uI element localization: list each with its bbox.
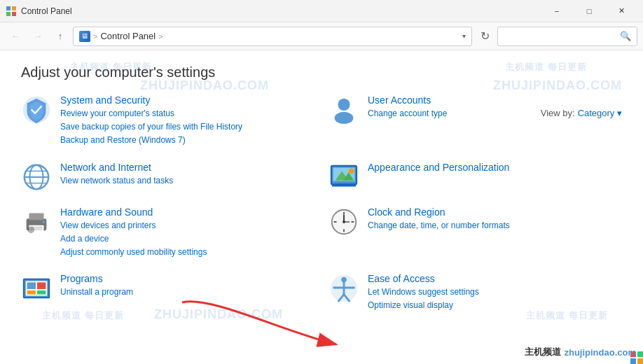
main-content: 主机频道 每日更新 主机频道 每日更新 ZHUJIPINDAO.COM ZHUJ… bbox=[0, 50, 643, 364]
clock-region-link-1[interactable]: Change date, time, or number formats bbox=[368, 219, 622, 232]
svg-rect-44 bbox=[37, 283, 46, 290]
svg-point-30 bbox=[28, 226, 35, 233]
svg-rect-9 bbox=[637, 351, 643, 357]
svg-rect-43 bbox=[27, 283, 36, 290]
viewby-label: View by: bbox=[541, 108, 575, 118]
breadcrumb-bar[interactable]: 🖥 > Control Panel > ▾ bbox=[73, 27, 472, 46]
appearance-title[interactable]: Appearance and Personalization bbox=[368, 162, 622, 173]
svg-point-5 bbox=[338, 99, 350, 111]
hardware-sound-icon bbox=[21, 206, 52, 237]
svg-point-29 bbox=[43, 220, 46, 223]
category-ease-access: Ease of Access Let Windows suggest setti… bbox=[322, 266, 629, 319]
maximize-button[interactable]: □ bbox=[573, 0, 605, 22]
appearance-content: Appearance and Personalization bbox=[368, 162, 622, 174]
category-user-accounts: User Accounts Change account type bbox=[322, 88, 629, 155]
clock-region-content: Clock and Region Change date, time, or n… bbox=[368, 206, 622, 232]
programs-content: Programs Uninstall a program bbox=[60, 273, 314, 299]
user-accounts-title[interactable]: User Accounts bbox=[368, 94, 622, 106]
back-button[interactable]: ← bbox=[6, 27, 25, 46]
breadcrumb-path: Control Panel bbox=[100, 31, 155, 41]
minimize-button[interactable]: − bbox=[541, 0, 573, 22]
address-bar: ← → ↑ 🖥 > Control Panel > ▾ ↻ 🔍 bbox=[0, 22, 643, 50]
breadcrumb-separator2: > bbox=[158, 32, 163, 41]
svg-rect-3 bbox=[12, 12, 16, 16]
close-button[interactable]: ✕ bbox=[605, 0, 637, 22]
svg-rect-10 bbox=[630, 358, 636, 364]
ease-access-content: Ease of Access Let Windows suggest setti… bbox=[368, 273, 622, 312]
svg-rect-1 bbox=[12, 6, 16, 10]
svg-rect-11 bbox=[637, 358, 643, 364]
view-by: View by: Category ▾ bbox=[541, 108, 622, 118]
ease-access-link-2[interactable]: Optimize visual display bbox=[368, 299, 622, 312]
search-bar[interactable]: 🔍 bbox=[497, 27, 637, 46]
hardware-sound-link-1[interactable]: View devices and printers bbox=[60, 219, 314, 232]
network-internet-link-1[interactable]: View network status and tasks bbox=[60, 174, 314, 188]
ease-access-icon bbox=[329, 273, 359, 304]
svg-point-39 bbox=[343, 220, 345, 223]
up-button[interactable]: ↑ bbox=[50, 27, 70, 46]
svg-rect-2 bbox=[6, 12, 11, 16]
window-title: Control Panel bbox=[21, 6, 541, 16]
forward-button[interactable]: → bbox=[28, 27, 48, 46]
category-system-security: System and Security Review your computer… bbox=[14, 88, 322, 155]
svg-point-22 bbox=[349, 168, 354, 174]
programs-link-1[interactable]: Uninstall a program bbox=[60, 286, 314, 299]
window-controls: − □ ✕ bbox=[541, 0, 637, 22]
system-security-link-3[interactable]: Backup and Restore (Windows 7) bbox=[60, 134, 314, 147]
network-internet-content: Network and Internet View network status… bbox=[60, 162, 314, 188]
breadcrumb-icon: 🖥 bbox=[79, 31, 90, 42]
footer-wm-site: zhujipindao.com bbox=[564, 347, 636, 358]
category-programs: Programs Uninstall a program bbox=[14, 266, 322, 319]
programs-title[interactable]: Programs bbox=[60, 273, 314, 284]
window-icon bbox=[6, 6, 17, 17]
viewby-value[interactable]: Category ▾ bbox=[578, 108, 622, 118]
system-security-link-2[interactable]: Save backup copies of your files with Fi… bbox=[60, 120, 314, 134]
svg-rect-23 bbox=[332, 183, 356, 186]
search-icon: 🔍 bbox=[620, 31, 631, 41]
user-accounts-icon bbox=[329, 94, 359, 125]
clock-region-icon bbox=[329, 206, 359, 237]
category-appearance: Appearance and Personalization bbox=[322, 155, 629, 200]
hardware-sound-title[interactable]: Hardware and Sound bbox=[60, 206, 314, 218]
system-security-content: System and Security Review your computer… bbox=[60, 94, 314, 148]
hardware-sound-link-2[interactable]: Add a device bbox=[60, 232, 314, 246]
system-security-title[interactable]: System and Security bbox=[60, 94, 314, 106]
svg-rect-46 bbox=[37, 290, 46, 295]
system-security-icon bbox=[21, 94, 52, 125]
svg-rect-0 bbox=[6, 6, 11, 10]
footer-wm-text: 主机频道 bbox=[525, 346, 561, 358]
network-internet-icon bbox=[21, 162, 52, 192]
breadcrumb-dropdown-icon[interactable]: ▾ bbox=[462, 32, 466, 40]
programs-icon bbox=[21, 273, 52, 304]
category-clock-region: Clock and Region Change date, time, or n… bbox=[322, 200, 629, 267]
page-header: Adjust your computer's settings bbox=[0, 50, 643, 88]
appearance-icon bbox=[329, 162, 359, 192]
category-grid: System and Security Review your computer… bbox=[0, 88, 643, 320]
ease-access-title[interactable]: Ease of Access bbox=[368, 273, 622, 284]
hardware-sound-link-3[interactable]: Adjust commonly used mobility settings bbox=[60, 246, 314, 259]
footer-watermark: 主机频道 zhujipindao.com bbox=[525, 346, 636, 358]
hardware-sound-content: Hardware and Sound View devices and prin… bbox=[60, 206, 314, 260]
page-title: Adjust your computer's settings bbox=[21, 64, 215, 80]
title-bar: Control Panel − □ ✕ bbox=[0, 0, 643, 22]
search-input[interactable] bbox=[504, 31, 617, 41]
ease-access-link-1[interactable]: Let Windows suggest settings bbox=[368, 286, 622, 299]
system-security-link-1[interactable]: Review your computer's status bbox=[60, 107, 314, 120]
svg-rect-45 bbox=[27, 290, 36, 295]
network-internet-title[interactable]: Network and Internet bbox=[60, 162, 314, 173]
category-hardware-sound: Hardware and Sound View devices and prin… bbox=[14, 200, 322, 267]
refresh-button[interactable]: ↻ bbox=[475, 27, 495, 46]
clock-region-title[interactable]: Clock and Region bbox=[368, 206, 622, 218]
category-network-internet: Network and Internet View network status… bbox=[14, 155, 322, 200]
breadcrumb-separator: > bbox=[93, 32, 97, 41]
svg-rect-25 bbox=[29, 213, 43, 220]
